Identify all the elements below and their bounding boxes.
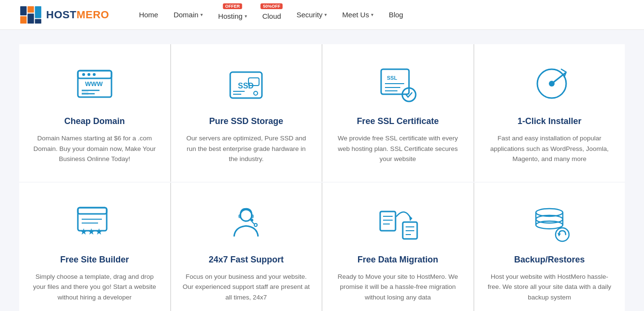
logo[interactable]: HOSTMERO	[19, 5, 109, 25]
nav-cloud-link[interactable]: Cloud	[257, 8, 287, 24]
features-grid-row1: WWW Cheap Domain Domain Names starting a…	[19, 44, 625, 182]
svg-text:★: ★	[95, 227, 103, 236]
feature-card-site-builder: ★ ★ ★ Free Site Builder Simply choose a …	[19, 183, 170, 311]
svg-point-41	[254, 224, 257, 226]
ssl-icon: SSL	[376, 63, 420, 107]
svg-rect-42	[380, 211, 396, 231]
feature-card-ssl: SSL Free SSL Certificate We provide free…	[322, 44, 473, 182]
svg-rect-4	[35, 6, 41, 18]
nav-domain-link[interactable]: Domain ▾	[168, 7, 209, 23]
nav-item-domain: Domain ▾	[168, 7, 209, 23]
feature-card-installer: 1-Click Installer Fast and easy installa…	[474, 44, 625, 182]
backup-desc: Host your website with HostMero hassle-f…	[486, 272, 614, 303]
svg-point-36	[240, 210, 252, 221]
svg-text:WWW: WWW	[85, 80, 103, 87]
svg-rect-2	[27, 6, 34, 12]
svg-text:★: ★	[80, 227, 87, 236]
ssd-desc: Our servers are optimized, Pure SSD and …	[183, 133, 310, 164]
nav-item-meet-us: Meet Us ▾	[336, 7, 379, 23]
support-desc: Focus on your business and your website.…	[183, 272, 310, 303]
support-icon	[224, 202, 268, 245]
nav-item-security: Security ▾	[291, 7, 333, 23]
feature-card-ssd: SSD Pure SSD Storage Our servers are opt…	[171, 44, 322, 182]
feature-card-support: 24x7 Fast Support Focus on your business…	[171, 183, 322, 311]
installer-title: 1-Click Installer	[518, 116, 582, 126]
logo-text: HOSTMERO	[46, 9, 109, 21]
nav-item-blog: Blog	[383, 7, 409, 23]
hosting-chevron: ▾	[245, 13, 247, 19]
security-chevron: ▾	[324, 12, 327, 17]
ssd-icon: SSD	[224, 63, 268, 107]
installer-icon	[528, 63, 571, 107]
nav-home-link[interactable]: Home	[133, 7, 164, 23]
nav-hosting-link[interactable]: Hosting ▾	[212, 8, 253, 24]
main-content: WWW Cheap Domain Domain Names starting a…	[0, 30, 644, 311]
svg-rect-1	[20, 16, 26, 23]
svg-text:★: ★	[87, 227, 95, 236]
svg-rect-3	[27, 13, 34, 24]
migration-icon	[376, 202, 420, 245]
nav-links: Home Domain ▾ OFFER Hosting ▾ 50%OFF Clo…	[133, 5, 409, 24]
domain-chevron: ▾	[200, 12, 203, 17]
svg-line-40	[252, 222, 254, 224]
cheap-domain-title: Cheap Domain	[64, 116, 125, 126]
cheap-domain-icon: WWW	[73, 63, 116, 107]
ssl-title: Free SSL Certificate	[357, 116, 439, 126]
feature-card-backup: Backup/Restores Host your website with H…	[474, 183, 625, 311]
support-title: 24x7 Fast Support	[209, 255, 284, 265]
svg-point-28	[549, 81, 555, 87]
logo-icon	[19, 5, 42, 25]
svg-rect-5	[35, 19, 41, 24]
cheap-domain-desc: Domain Names starting at $6 for a .com D…	[31, 133, 159, 164]
feature-card-cheap-domain: WWW Cheap Domain Domain Names starting a…	[19, 44, 170, 182]
migration-title: Free Data Migration	[358, 255, 438, 265]
nav-item-hosting: OFFER Hosting ▾	[212, 5, 253, 24]
svg-point-9	[87, 73, 90, 76]
hosting-badge: OFFER	[223, 3, 243, 9]
svg-point-8	[82, 73, 85, 76]
migration-desc: Ready to Move your site to HostMero. We …	[334, 272, 462, 303]
nav-blog-link[interactable]: Blog	[383, 7, 409, 23]
backup-icon	[528, 202, 571, 245]
svg-point-10	[93, 73, 96, 76]
svg-rect-0	[20, 6, 26, 15]
svg-point-60	[556, 228, 569, 241]
nav-security-link[interactable]: Security ▾	[291, 7, 333, 23]
site-builder-desc: Simply choose a template, drag and drop …	[31, 272, 159, 303]
svg-marker-61	[557, 233, 561, 236]
svg-text:SSL: SSL	[387, 75, 397, 81]
svg-rect-30	[78, 208, 107, 214]
svg-point-39	[250, 219, 253, 222]
nav-item-home: Home	[133, 7, 164, 23]
backup-title: Backup/Restores	[514, 255, 585, 265]
svg-point-20	[254, 91, 258, 95]
svg-rect-14	[82, 90, 88, 95]
navbar: HOSTMERO Home Domain ▾ OFFER Hosting ▾ 5…	[0, 0, 644, 30]
svg-point-59	[536, 221, 563, 229]
features-grid-row2: ★ ★ ★ Free Site Builder Simply choose a …	[19, 183, 625, 311]
ssd-title: Pure SSD Storage	[209, 116, 283, 126]
site-builder-title: Free Site Builder	[60, 255, 129, 265]
svg-rect-38	[251, 214, 254, 218]
nav-meet-us-link[interactable]: Meet Us ▾	[336, 7, 379, 23]
svg-rect-37	[238, 214, 241, 218]
installer-desc: Fast and easy installation of popular ap…	[486, 133, 614, 164]
site-builder-icon: ★ ★ ★	[73, 202, 116, 245]
meet-us-chevron: ▾	[371, 12, 373, 17]
ssl-desc: We provide free SSL certificate with eve…	[334, 133, 462, 164]
svg-marker-46	[409, 215, 412, 221]
nav-item-cloud: 50%OFF Cloud	[257, 5, 287, 24]
feature-card-migration: Free Data Migration Ready to Move your s…	[322, 183, 473, 311]
cloud-badge: 50%OFF	[260, 3, 283, 9]
